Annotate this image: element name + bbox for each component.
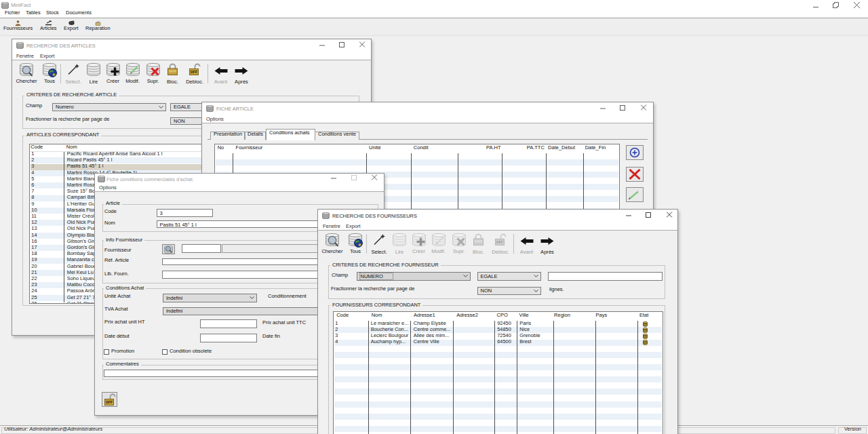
svg-text:OFF: OFF — [105, 400, 112, 404]
svg-text:OFF: OFF — [496, 240, 503, 244]
svg-text:OFF: OFF — [191, 70, 197, 74]
